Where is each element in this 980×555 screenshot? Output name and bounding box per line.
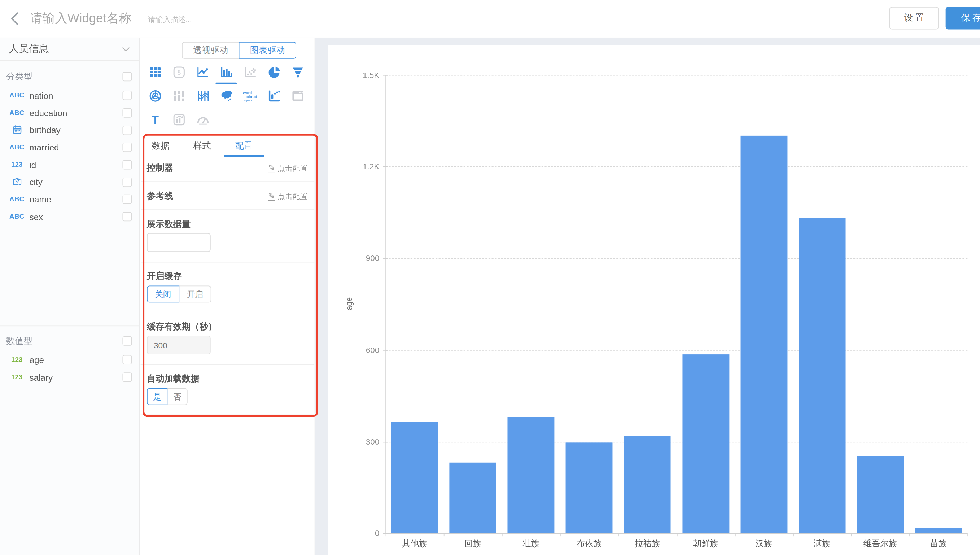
field-item-age[interactable]: 123 age [0,351,140,369]
pencil-icon: ✎ [268,165,275,173]
field-checkbox[interactable] [122,125,132,135]
chart-type-radar-icon[interactable] [143,84,167,107]
field-item-id[interactable]: 123 id [0,156,140,173]
divider [141,181,315,182]
chart-bar-满族[interactable] [799,218,845,533]
x-category-label: 布依族 [560,538,618,550]
x-category-label: 苗族 [909,538,967,550]
divider [141,313,315,313]
chart-type-gauge-icon[interactable] [191,107,215,132]
field-checkbox[interactable] [122,108,132,118]
cache-ttl-label: 缓存有效期（秒） [147,321,217,332]
field-item-birthday[interactable]: birthday [0,122,140,139]
chart-type-scatter-icon[interactable] [238,60,262,84]
drive-mode-option-图表驱动[interactable]: 图表驱动 [239,42,296,59]
chart-bar-其他族[interactable] [391,422,438,533]
drive-mode-toggle: 透视驱动图表驱动 [182,42,296,59]
auto-load-label: 自动加载数据 [147,373,199,384]
field-checkbox[interactable] [122,194,132,204]
y-axis-tick [383,442,388,443]
chart-type-text-icon[interactable]: T [143,107,167,132]
field-item-salary[interactable]: 123 salary [0,369,140,386]
x-axis-tick [386,533,386,537]
settings-button[interactable]: 设 置 [889,7,939,29]
top-bar: 请输入Widget名称 请输入描述... 设 置 保 存 [0,0,980,38]
back-button[interactable] [8,10,24,27]
chart-type-parallel-icon[interactable] [191,84,215,107]
chart-bar-回族[interactable] [450,462,496,533]
cache-enable-option-关闭[interactable]: 关闭 [147,286,179,303]
dataset-selector[interactable]: 人员信息 [0,37,140,61]
chart-bar-苗族[interactable] [915,528,962,533]
chart-type-waterfall-icon[interactable] [262,84,286,107]
calendar-icon [8,124,26,136]
field-checkbox[interactable] [122,212,132,221]
divider [141,262,315,263]
gridline [386,350,968,351]
field-checkbox[interactable] [122,372,132,382]
field-item-sex[interactable]: ABC sex [0,208,140,225]
chart-bar-拉祜族[interactable] [624,436,671,533]
field-checkbox[interactable] [122,160,132,170]
section-checkbox[interactable] [122,336,132,346]
reference-line-configure-link[interactable]: ✎ 点击配置 [268,191,307,202]
auto-load-option-否[interactable]: 否 [167,388,187,405]
cache-ttl-input[interactable] [147,335,211,354]
section-checkbox[interactable] [122,72,132,81]
tab-数据[interactable]: 数据 [142,138,179,156]
y-tick-label: 300 [366,437,380,446]
chart-bar-维吾尔族[interactable] [857,456,903,533]
field-name: birthday [29,125,122,135]
field-item-name[interactable]: ABC name [0,191,140,208]
field-checkbox[interactable] [122,355,132,364]
chart-type-iframe-icon[interactable] [286,84,310,107]
x-axis-tick [967,533,968,537]
tab-配置[interactable]: 配置 [225,138,263,156]
widget-name-input[interactable]: 请输入Widget名称 [30,10,131,27]
drive-mode-option-透视驱动[interactable]: 透视驱动 [182,42,239,59]
x-category-label: 回族 [444,538,502,550]
chart-bar-布依族[interactable] [566,442,613,533]
display-count-input[interactable] [147,233,211,252]
chart-bar-朝鲜族[interactable] [682,354,729,533]
chart-type-table-icon[interactable] [143,60,167,84]
field-item-married[interactable]: ABC married [0,139,140,156]
svg-text:cloud: cloud [247,94,257,98]
tab-样式[interactable]: 样式 [183,138,221,156]
gridline [386,442,968,443]
sidebar-divider [0,326,140,326]
string-field-icon: ABC [8,109,26,116]
chart-type-bar-icon[interactable] [215,60,238,84]
cache-enable-option-开启[interactable]: 开启 [179,286,211,303]
field-item-city[interactable]: city [0,173,140,191]
x-axis-tick [560,533,561,537]
field-checkbox[interactable] [122,143,132,152]
chart-type-sankey-icon[interactable] [167,84,191,107]
chart-type-line-icon[interactable] [191,60,215,84]
chart-type-pie-icon[interactable] [262,60,286,84]
x-axis-tick [444,533,445,537]
field-checkbox[interactable] [122,178,132,187]
controller-configure-link[interactable]: ✎ 点击配置 [268,163,307,173]
number-field-icon: 123 [8,374,26,381]
field-item-nation[interactable]: ABC nation [0,87,140,104]
save-button[interactable]: 保 存 [946,7,980,29]
x-axis-tick [793,533,793,537]
chart-type-china-map-icon[interactable] [215,84,238,107]
x-axis-tick [851,533,852,537]
field-name: age [29,355,122,365]
chart-type-funnel-icon[interactable] [286,60,310,84]
chart-type-score-card-icon[interactable]: 8 [167,60,191,84]
field-checkbox[interactable] [122,91,132,100]
config-tabs: 数据样式配置 [141,138,315,156]
pencil-icon: ✎ [268,192,275,201]
chart-type-rich-text-icon[interactable] [167,107,191,132]
widget-description-input[interactable]: 请输入描述... [148,14,192,25]
field-item-education[interactable]: ABC education [0,104,140,122]
chart-type-wordcloud-icon[interactable]: wordcloudagile BI [238,84,262,107]
chart-bar-壮族[interactable] [508,417,555,533]
controller-label: 控制器 [147,162,173,173]
x-category-label: 拉祜族 [618,538,677,550]
auto-load-option-是[interactable]: 是 [147,388,167,405]
chart-bar-汉族[interactable] [740,136,787,533]
